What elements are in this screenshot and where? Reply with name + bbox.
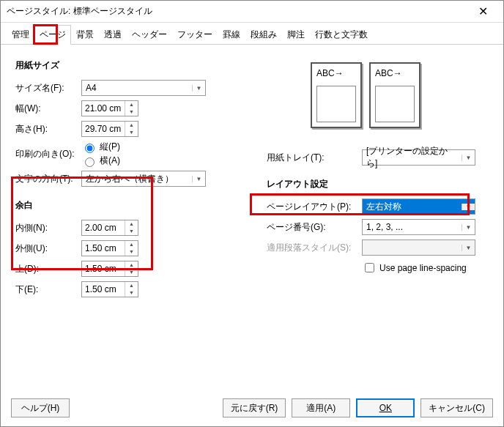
tab-footer[interactable]: フッター: [172, 25, 218, 45]
tray-value: [プリンターの設定から]: [363, 145, 462, 170]
reset-button[interactable]: 元に戻す(R): [223, 398, 286, 417]
landscape-radio[interactable]: 横(A): [81, 155, 120, 167]
margin-top-label: 上(D):: [15, 263, 81, 275]
margins-heading: 余白: [15, 199, 237, 212]
margin-top-spinner[interactable]: ▲▼: [81, 261, 138, 277]
chevron-down-icon: ▼: [462, 155, 475, 161]
width-label: 幅(W):: [15, 103, 81, 115]
page-num-label: ページ番号(G):: [267, 221, 362, 234]
preview-right: ABC→: [369, 62, 420, 128]
tab-borders[interactable]: 罫線: [218, 25, 245, 45]
tab-footnote[interactable]: 脚注: [282, 25, 310, 45]
page-num-value: 1, 2, 3, ...: [363, 222, 462, 232]
down-icon[interactable]: ▼: [125, 129, 138, 136]
margin-bottom-label: 下(E):: [15, 283, 81, 296]
down-icon[interactable]: ▼: [125, 108, 138, 116]
chevron-down-icon: ▼: [462, 245, 475, 251]
close-button[interactable]: ✕: [468, 1, 497, 22]
down-icon[interactable]: ▼: [125, 228, 138, 235]
down-icon[interactable]: ▼: [125, 269, 138, 276]
height-input[interactable]: [82, 122, 125, 136]
tab-background[interactable]: 背景: [71, 25, 99, 45]
page-num-combo[interactable]: 1, 2, 3, ...▼: [362, 219, 475, 235]
tab-page[interactable]: ページ: [34, 25, 71, 45]
size-combo[interactable]: A4▼: [81, 80, 206, 96]
textdir-combo[interactable]: 左から右へ（横書き）▼: [81, 171, 206, 187]
tab-manage[interactable]: 管理: [7, 25, 34, 45]
height-label: 高さ(H):: [15, 123, 81, 135]
textdir-label: 文字の方向(T):: [15, 173, 81, 185]
dialog-footer: ヘルプ(H) 元に戻す(R) 適用(A) OK キャンセル(C): [11, 398, 493, 417]
margin-outer-input[interactable]: [82, 241, 125, 256]
margin-outer-spinner[interactable]: ▲▼: [81, 240, 138, 256]
margin-bottom-input[interactable]: [82, 282, 125, 297]
size-value: A4: [82, 83, 192, 93]
chevron-down-icon: ▼: [192, 176, 205, 182]
tab-header[interactable]: ヘッダー: [127, 25, 172, 45]
margin-inner-spinner[interactable]: ▲▼: [81, 220, 138, 236]
para-style-label: 適用段落スタイル(S):: [267, 242, 362, 254]
tray-label: 用紙トレイ(T):: [267, 152, 362, 164]
portrait-radio[interactable]: 縦(P): [81, 141, 120, 153]
title-bar: ページスタイル: 標準ページスタイル ✕: [1, 1, 503, 23]
up-icon[interactable]: ▲: [125, 282, 138, 289]
page-layout-label: ページレイアウト(P):: [267, 201, 362, 213]
tab-textgrid[interactable]: 行数と文字数: [310, 25, 373, 45]
para-style-combo: ▼: [362, 240, 475, 256]
up-icon[interactable]: ▲: [125, 101, 138, 108]
down-icon[interactable]: ▼: [125, 248, 138, 256]
size-label: サイズ名(F):: [15, 82, 81, 94]
width-input[interactable]: [82, 101, 125, 116]
page-layout-combo[interactable]: 左右対称▼: [362, 198, 475, 215]
margin-outer-label: 外側(U):: [15, 242, 81, 255]
margin-top-input[interactable]: [82, 261, 125, 276]
chevron-down-icon: ▼: [192, 85, 205, 92]
up-icon[interactable]: ▲: [125, 241, 138, 248]
ok-button[interactable]: OK: [356, 398, 415, 417]
up-icon[interactable]: ▲: [125, 122, 138, 129]
margin-inner-label: 内側(N):: [15, 222, 81, 234]
tray-combo[interactable]: [プリンターの設定から]▼: [362, 149, 475, 166]
cancel-button[interactable]: キャンセル(C): [420, 398, 493, 417]
window-title: ページスタイル: 標準ページスタイル: [7, 5, 468, 18]
help-button[interactable]: ヘルプ(H): [11, 398, 70, 417]
width-spinner[interactable]: ▲▼: [81, 100, 138, 116]
down-icon[interactable]: ▼: [125, 289, 138, 297]
chevron-down-icon: ▼: [462, 204, 475, 210]
up-icon[interactable]: ▲: [125, 220, 138, 228]
page-preview: ABC→ ABC→: [311, 62, 489, 128]
margin-bottom-spinner[interactable]: ▲▼: [81, 281, 138, 297]
line-spacing-checkbox[interactable]: Use page line-spacing: [362, 261, 489, 275]
preview-left: ABC→: [311, 62, 362, 128]
tab-bar: 管理 ページ 背景 透過 ヘッダー フッター 罫線 段組み 脚注 行数と文字数: [1, 23, 503, 45]
textdir-value: 左から右へ（横書き）: [82, 173, 192, 185]
height-spinner[interactable]: ▲▼: [81, 121, 138, 137]
chevron-down-icon: ▼: [462, 224, 475, 231]
margin-inner-input[interactable]: [82, 220, 125, 235]
page-layout-value: 左右対称: [363, 201, 462, 213]
tab-columns[interactable]: 段組み: [245, 25, 282, 45]
layout-heading: レイアウト設定: [267, 178, 489, 190]
up-icon[interactable]: ▲: [125, 261, 138, 269]
orientation-label: 印刷の向き(O):: [15, 148, 81, 160]
tab-transparency[interactable]: 透過: [99, 25, 127, 45]
paper-size-heading: 用紙サイズ: [15, 59, 237, 72]
apply-button[interactable]: 適用(A): [292, 398, 350, 417]
